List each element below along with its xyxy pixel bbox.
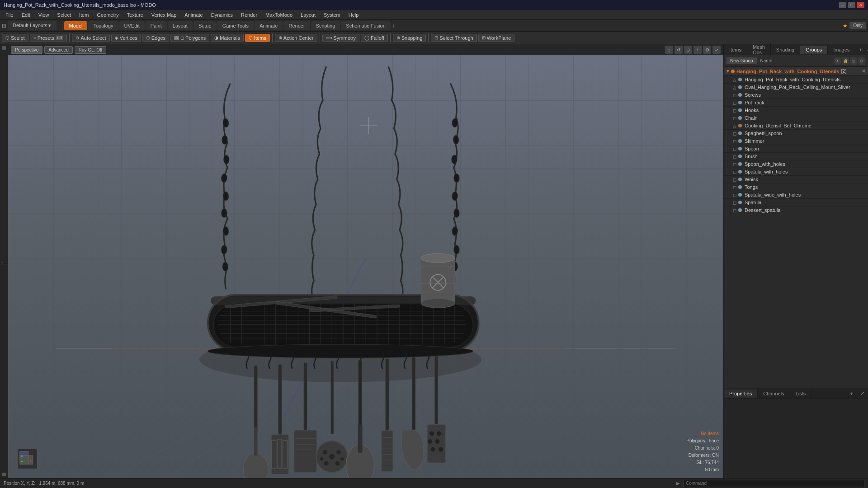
tab-paint[interactable]: Paint (146, 21, 167, 30)
viewport-home-button[interactable]: ⌂ (665, 46, 673, 54)
list-item[interactable]: ◻ Hooks (724, 107, 868, 114)
tab-images[interactable]: Images (828, 46, 855, 54)
tab-setup[interactable]: Setup (193, 21, 217, 30)
menu-texture[interactable]: Texture (123, 11, 147, 19)
layout-dropdown[interactable]: Default Layouts ▾ (8, 21, 57, 30)
polygons-button[interactable]: 3 ◻ Polygons (170, 34, 209, 42)
list-item[interactable]: ◻ Tongs (724, 183, 868, 191)
list-item[interactable]: ◻ Pot_rack (724, 99, 868, 107)
select-through-button[interactable]: ⊡ Select Through (431, 34, 476, 42)
tab-lists[interactable]: Lists (790, 389, 812, 398)
viewport-zoom-fit-button[interactable]: ⊙ (684, 46, 692, 54)
menu-dynamics[interactable]: Dynamics (208, 11, 236, 19)
list-item[interactable]: ◻ Skimmer (724, 137, 868, 145)
menu-edit[interactable]: Edit (18, 11, 34, 19)
menu-view[interactable]: View (35, 11, 53, 19)
viewport[interactable]: Perspective Advanced Ray GL: Off ⌂ ↺ ⊙ +… (8, 44, 723, 478)
menu-select[interactable]: Select (53, 11, 75, 19)
viewport-zoom-in-button[interactable]: + (693, 46, 702, 54)
tab-shading[interactable]: Shading (771, 46, 800, 54)
tab-groups[interactable]: Groups (800, 46, 828, 54)
menu-geometry[interactable]: Geometry (93, 11, 122, 19)
item-color-dot (738, 147, 742, 150)
viewport-advanced-button[interactable]: Advanced (44, 46, 72, 54)
tab-model[interactable]: Model (64, 21, 88, 30)
list-item[interactable]: ◻ Brush (724, 153, 868, 160)
add-tab-button[interactable]: + (392, 22, 395, 29)
tab-layout[interactable]: Layout (168, 21, 193, 30)
menu-animate[interactable]: Animate (181, 11, 206, 19)
materials-button[interactable]: ◑ Materials (211, 34, 244, 42)
list-item[interactable]: ◻ Whisk (724, 176, 868, 183)
star-button[interactable]: ★ (843, 23, 848, 29)
menu-item[interactable]: Item (75, 11, 92, 19)
items-icon-eye[interactable]: 👁 (834, 57, 841, 65)
tab-game-tools[interactable]: Game Tools (217, 21, 254, 30)
menu-layout[interactable]: Layout (297, 11, 319, 19)
action-center-button[interactable]: ⊕ Action Center (275, 34, 317, 42)
snapping-button[interactable]: ⊛ Snapping (393, 34, 426, 42)
list-item[interactable]: ◻ Spoon (724, 145, 868, 153)
list-item[interactable]: ◻ Screws (724, 91, 868, 99)
menu-system[interactable]: System (320, 11, 344, 19)
right-panel-expand-button[interactable]: ⤢ (866, 46, 868, 53)
maximize-button[interactable]: □ (848, 2, 855, 8)
item-type-icon: ◻ (733, 192, 736, 197)
group-close-button[interactable]: ✕ (862, 69, 865, 74)
viewport-render-button[interactable]: Ray GL: Off (75, 46, 107, 54)
menu-file[interactable]: File (2, 11, 17, 19)
add-prop-tab-button[interactable]: + (847, 389, 857, 398)
menu-vertex-map[interactable]: Vertex Map (148, 11, 180, 19)
tab-animate[interactable]: Animate (255, 21, 283, 30)
items-icon-render[interactable]: ◎ (850, 57, 857, 65)
items-icon-lock[interactable]: 🔒 (842, 57, 849, 65)
viewport-mode-button[interactable]: Perspective (11, 46, 42, 54)
add-tab-right-button[interactable]: + (855, 46, 865, 54)
tab-render[interactable]: Render (283, 21, 310, 30)
vertices-button[interactable]: ◈ Vertices (111, 34, 141, 42)
tab-schematic-fusion[interactable]: Schematic Fusion (341, 21, 390, 30)
items-button[interactable]: ⬡ Items (245, 34, 270, 42)
viewport-zoom-reset-button[interactable]: ↺ (675, 46, 683, 54)
list-item[interactable]: ◻ Spaghetti_spoon (724, 130, 868, 137)
only-button[interactable]: Only (849, 22, 866, 29)
viewport-maximize-button[interactable]: ⤢ (712, 46, 721, 54)
sculpt-button[interactable]: ⬡ Sculpt (2, 34, 28, 42)
auto-select-button[interactable]: ⊙ Auto Select (72, 34, 109, 42)
viewport-settings-button[interactable]: ⚙ (703, 46, 711, 54)
properties-expand-button[interactable]: ⤢ (857, 389, 868, 398)
svg-point-73 (243, 453, 268, 478)
falloff-button[interactable]: ◯ Falloff (361, 34, 388, 42)
presets-button[interactable]: ○ Presets Fill (30, 34, 67, 42)
symmetry-button[interactable]: ⟺ Symmetry (322, 34, 360, 42)
list-item[interactable]: ◻ Chain (724, 114, 868, 122)
svg-rect-106 (434, 356, 438, 424)
tab-topology[interactable]: Topology (88, 21, 118, 30)
new-group-button[interactable]: New Group (726, 57, 757, 64)
command-input[interactable] (684, 480, 864, 487)
list-item[interactable]: △ Cooking_Utensil_Set_Chrome (724, 122, 868, 130)
edges-button[interactable]: ⬠ Edges (142, 34, 169, 42)
tab-items[interactable]: Items (724, 46, 747, 54)
tab-mesh-ops[interactable]: Mesh Ops (747, 43, 771, 56)
list-item[interactable]: △ Oval_Hanging_Pot_Rack_Ceiling_Mount_Si… (724, 84, 868, 91)
minimize-button[interactable]: ─ (839, 2, 846, 8)
items-icon-settings[interactable]: ⚙ (858, 57, 865, 65)
list-item[interactable]: ◻ Spatula_wide_with_holes (724, 191, 868, 199)
list-item[interactable]: △ Hanging_Pot_Rack_with_Cooking_Utensils (724, 76, 868, 84)
list-item[interactable]: ◻ Dessert_spatula (724, 206, 868, 214)
list-item[interactable]: ◻ Spatula_with_holes (724, 168, 868, 176)
tab-scripting[interactable]: Scripting (311, 21, 340, 30)
item-group-header[interactable]: ▾ Hanging_Pot_Rack_with_Cooking_Utensils… (724, 67, 868, 76)
item-list[interactable]: ▾ Hanging_Pot_Rack_with_Cooking_Utensils… (724, 67, 868, 388)
close-button[interactable]: ✕ (857, 2, 864, 8)
tab-properties[interactable]: Properties (724, 389, 758, 398)
workplane-button[interactable]: ⊞ WorkPlane (478, 34, 515, 42)
list-item[interactable]: ◻ Spatula (724, 199, 868, 206)
tab-uvedit[interactable]: UVEdit (119, 21, 145, 30)
menu-render[interactable]: Render (237, 11, 261, 19)
menu-maxtomode[interactable]: MaxToModo (262, 11, 296, 19)
tab-channels[interactable]: Channels (758, 389, 790, 398)
menu-help[interactable]: Help (345, 11, 363, 19)
list-item[interactable]: ◻ Spoon_with_holes (724, 160, 868, 168)
